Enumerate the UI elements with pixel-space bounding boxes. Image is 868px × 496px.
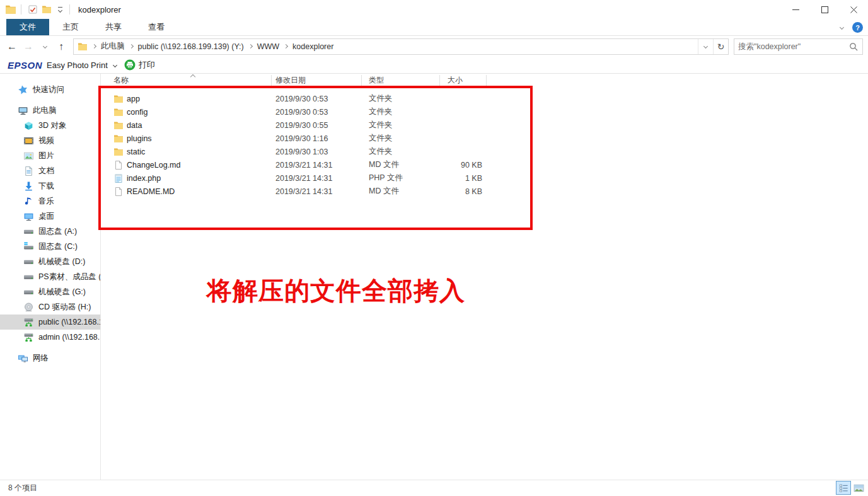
close-button[interactable]: [839, 0, 868, 19]
tab-0[interactable]: 文件: [6, 19, 49, 35]
column-header-0[interactable]: 名称: [113, 74, 129, 86]
breadcrumb-chevron-icon[interactable]: [248, 44, 253, 49]
file-name: index.php: [113, 171, 271, 185]
tab-2[interactable]: 共享: [92, 19, 135, 35]
sidebar-item-9[interactable]: 固态盘 (A:): [0, 224, 100, 239]
file-type: 文件夹: [369, 118, 438, 132]
video-icon: [23, 136, 34, 146]
thumbnail-view-toggle[interactable]: [851, 481, 866, 495]
breadcrumb-chevron-icon[interactable]: [284, 44, 288, 49]
sidebar-item-12[interactable]: PS素材、成品盘 (E:: [0, 269, 100, 284]
star-icon: [18, 84, 28, 95]
sidebar-item-11[interactable]: 机械硬盘 (D:): [0, 254, 100, 269]
file-row-0[interactable]: app2019/9/30 0:53文件夹: [101, 92, 868, 105]
item-count: 8 个项目: [8, 483, 37, 493]
sidebar-item-4[interactable]: 图片: [0, 148, 100, 163]
maximize-button[interactable]: [810, 0, 839, 19]
sidebar-item-3[interactable]: 视频: [0, 133, 100, 148]
help-icon[interactable]: ?: [852, 22, 863, 33]
file-row-7[interactable]: README.MD2019/3/21 14:31MD 文件8 KB: [101, 185, 868, 198]
sidebar-item-13[interactable]: 机械硬盘 (G:): [0, 284, 100, 299]
sidebar-item-label: 下载: [38, 181, 54, 192]
tab-3[interactable]: 查看: [135, 19, 178, 35]
sidebar-item-8[interactable]: 桌面: [0, 209, 100, 224]
sidebar-item-7[interactable]: 音乐: [0, 193, 100, 209]
sidebar-item-label: 文档: [38, 166, 54, 176]
pictures-icon: [23, 151, 34, 161]
file-date: 2019/9/30 1:16: [275, 132, 361, 145]
minimize-button[interactable]: [781, 0, 810, 19]
folder-icon: [113, 120, 124, 130]
sidebar-item-17[interactable]: 网络: [0, 350, 100, 366]
column-separator[interactable]: [486, 75, 487, 86]
column-separator[interactable]: [439, 75, 440, 86]
breadcrumb-segment-0[interactable]: 此电脑: [101, 41, 125, 52]
file-row-6[interactable]: index.php2019/3/21 14:31PHP 文件1 KB: [101, 171, 868, 185]
file-date: 2019/9/30 0:53: [275, 92, 361, 105]
address-bar[interactable]: 此电脑public (\\192.168.199.139) (Y:)WWWkod…: [73, 38, 729, 55]
file-size: [439, 105, 482, 118]
sidebar-item-6[interactable]: 下载: [0, 178, 100, 193]
folder-icon: [113, 107, 124, 117]
sidebar-item-label: 此电脑: [33, 105, 57, 116]
breadcrumb-segment-2[interactable]: WWW: [257, 42, 279, 51]
sidebar-item-5[interactable]: 文档: [0, 163, 100, 178]
customize-toolbar-dropdown-icon[interactable]: [55, 7, 65, 12]
sidebar-item-1[interactable]: 此电脑: [0, 103, 100, 118]
breadcrumb-segment-3[interactable]: kodexplorer: [292, 42, 333, 51]
refresh-icon[interactable]: ↻: [713, 39, 728, 54]
cd-icon: [23, 302, 34, 313]
epson-logo: EPSON: [8, 60, 42, 71]
epson-dropdown-icon[interactable]: [113, 62, 117, 67]
file-row-5[interactable]: ChangeLog.md2019/3/21 14:31MD 文件90 KB: [101, 158, 868, 171]
quick-access-newfolder-icon[interactable]: [40, 3, 54, 16]
file-type: 文件夹: [369, 132, 438, 145]
ribbon-collapse-icon[interactable]: [840, 25, 844, 30]
search-input[interactable]: [734, 42, 848, 51]
folder-icon: [113, 94, 124, 104]
file-row-3[interactable]: plugins2019/9/30 1:16文件夹: [101, 132, 868, 145]
file-type: MD 文件: [369, 185, 438, 198]
breadcrumb-chevron-icon[interactable]: [129, 44, 133, 49]
sidebar-item-10[interactable]: 固态盘 (C:): [0, 239, 100, 254]
window-title: kodexplorer: [78, 5, 121, 14]
search-box: [734, 38, 863, 55]
forward-button[interactable]: →: [20, 38, 37, 55]
column-header-2[interactable]: 类型: [369, 74, 384, 86]
sidebar-item-16[interactable]: admin (\\192.168.: [0, 330, 100, 345]
desktop-icon: [23, 211, 34, 222]
sidebar-item-label: 固态盘 (C:): [38, 241, 78, 252]
column-separator[interactable]: [361, 75, 362, 86]
quick-access-check-icon[interactable]: [26, 3, 40, 16]
sort-ascending-icon[interactable]: [190, 74, 195, 79]
sidebar-item-label: CD 驱动器 (H:): [38, 302, 91, 313]
details-view-toggle[interactable]: [836, 481, 851, 495]
file-type: 文件夹: [369, 92, 438, 105]
column-header-row: 名称修改日期类型大小: [101, 74, 868, 86]
print-button-label[interactable]: 打印: [139, 59, 155, 71]
recent-locations-dropdown-icon[interactable]: [37, 38, 53, 55]
breadcrumb-chevron-icon[interactable]: [92, 44, 96, 49]
search-icon[interactable]: [848, 42, 859, 52]
column-header-3[interactable]: 大小: [448, 74, 463, 86]
back-button[interactable]: ←: [4, 38, 20, 55]
file-date: 2019/9/30 0:55: [275, 118, 361, 132]
sidebar-item-14[interactable]: CD 驱动器 (H:): [0, 299, 100, 314]
column-separator[interactable]: [271, 75, 272, 86]
sidebar-item-2[interactable]: 3D 对象: [0, 118, 100, 133]
print-icon[interactable]: [124, 59, 136, 71]
app-folder-icon: [5, 4, 16, 15]
column-header-1[interactable]: 修改日期: [275, 74, 306, 86]
breadcrumb-segment-1[interactable]: public (\\192.168.199.139) (Y:): [138, 42, 244, 51]
sidebar-item-0[interactable]: 快速访问: [0, 82, 100, 97]
up-button[interactable]: ↑: [53, 38, 69, 55]
file-rows: app2019/9/30 0:53文件夹config2019/9/30 0:53…: [101, 92, 868, 198]
file-row-4[interactable]: static2019/9/30 1:03文件夹: [101, 145, 868, 158]
sidebar-item-15[interactable]: public (\\192.168.1: [0, 314, 100, 330]
file-row-1[interactable]: config2019/9/30 0:53文件夹: [101, 105, 868, 118]
drive-icon: [23, 272, 34, 282]
file-row-2[interactable]: data2019/9/30 0:55文件夹: [101, 118, 868, 132]
address-dropdown-icon[interactable]: [698, 39, 713, 54]
file-type: PHP 文件: [369, 171, 438, 185]
tab-1[interactable]: 主页: [49, 19, 92, 35]
